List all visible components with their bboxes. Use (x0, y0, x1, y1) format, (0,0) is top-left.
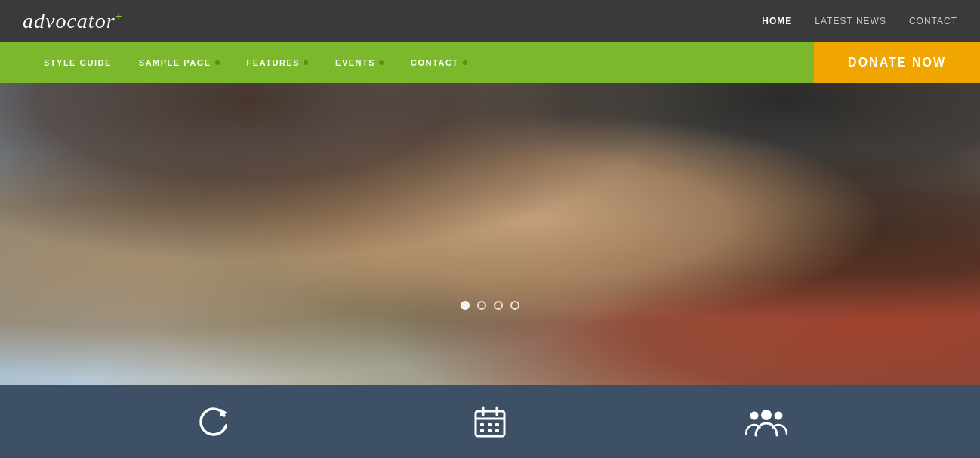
icon-item-people[interactable] (628, 404, 904, 440)
top-nav-contact[interactable]: CONTACT (909, 16, 957, 26)
logo-sup: + (116, 9, 123, 22)
nav-events[interactable]: EVENTS (322, 58, 397, 67)
nav-dot-events (379, 60, 384, 65)
donate-now-button[interactable]: DONATE NOW (814, 42, 980, 83)
nav-events-label: EVENTS (335, 58, 375, 67)
top-navigation: HOME LATEST NEWS CONTACT (762, 16, 957, 26)
calendar-icon (472, 404, 508, 440)
site-logo[interactable]: advocator+ (23, 9, 123, 33)
nav-features[interactable]: FEATURES (233, 58, 322, 67)
icon-item-refresh[interactable] (76, 404, 352, 440)
logo-text: advocator (23, 9, 116, 32)
nav-features-label: FEATURES (247, 58, 300, 67)
top-bar: advocator+ HOME LATEST NEWS CONTACT (0, 0, 980, 42)
slider-dot-3[interactable] (494, 301, 503, 310)
hero-section (0, 83, 980, 385)
slider-dot-1[interactable] (461, 301, 470, 310)
nav-dot-sample-page (215, 60, 220, 65)
svg-rect-7 (495, 423, 499, 426)
nav-contact[interactable]: CONTACT (397, 58, 480, 67)
hero-image (0, 83, 980, 385)
nav-dot-contact (463, 60, 467, 65)
people-icon (745, 404, 787, 440)
slider-dot-2[interactable] (477, 301, 486, 310)
svg-point-11 (761, 410, 772, 420)
icon-item-calendar[interactable] (352, 404, 628, 440)
icon-bar (0, 385, 980, 458)
svg-point-13 (775, 412, 783, 420)
nav-contact-label: CONTACT (411, 58, 458, 67)
top-nav-home[interactable]: HOME (762, 16, 792, 26)
slider-dot-4[interactable] (510, 301, 519, 310)
main-navigation: STYLE GUIDE SAMPLE PAGE FEATURES EVENTS … (0, 42, 980, 83)
svg-rect-5 (480, 423, 484, 426)
slider-dots (461, 301, 519, 310)
svg-point-12 (750, 412, 759, 420)
nav-sample-page[interactable]: SAMPLE PAGE (125, 58, 233, 67)
nav-style-guide[interactable]: STYLE GUIDE (30, 58, 125, 67)
nav-dot-features (304, 60, 308, 65)
svg-rect-10 (495, 429, 499, 432)
svg-rect-6 (488, 423, 492, 426)
refresh-icon (196, 404, 232, 440)
main-nav-links: STYLE GUIDE SAMPLE PAGE FEATURES EVENTS … (0, 58, 481, 67)
svg-rect-9 (488, 429, 492, 432)
nav-sample-page-label: SAMPLE PAGE (139, 58, 211, 67)
svg-rect-8 (480, 429, 484, 432)
top-nav-latest-news[interactable]: LATEST NEWS (815, 16, 886, 26)
